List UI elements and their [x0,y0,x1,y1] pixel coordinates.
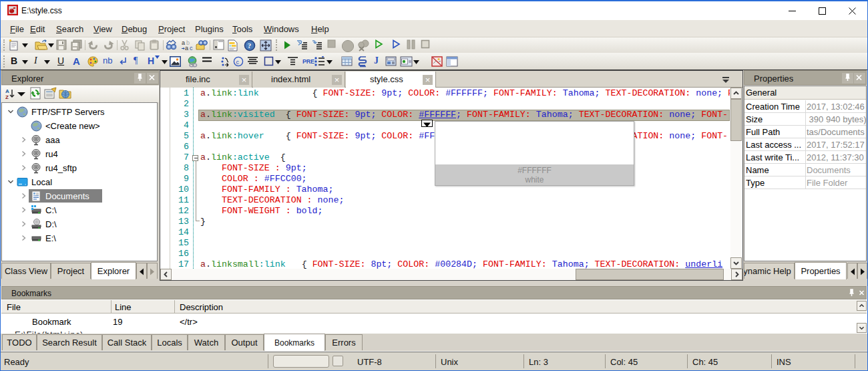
svg-text:a: a [185,45,188,51]
svg-text:?: ? [248,41,252,49]
svg-text:c: c [236,59,240,66]
svg-text:c: c [190,45,193,51]
svg-text:A: A [5,88,9,94]
svg-text:Z: Z [5,94,9,100]
